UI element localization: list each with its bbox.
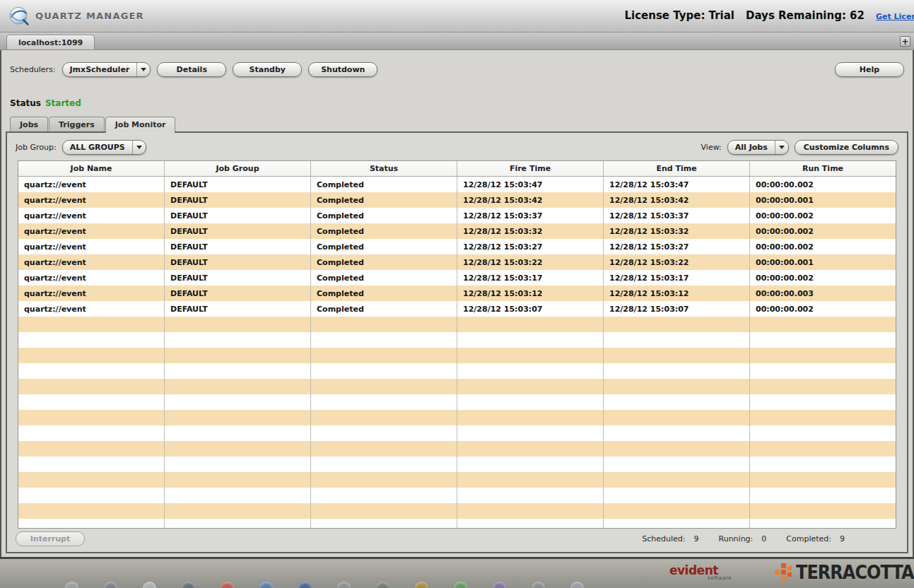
- table-row[interactable]: quartz://eventDEFAULTCompleted12/28/12 1…: [18, 286, 896, 301]
- table-cell: [604, 332, 750, 348]
- column-header-end-time[interactable]: End Time: [604, 161, 750, 176]
- tab-triggers[interactable]: Triggers: [49, 117, 105, 131]
- view-select[interactable]: All Jobs: [727, 140, 789, 155]
- table-cell: 00:00:00.002: [750, 223, 896, 239]
- scheduler-select[interactable]: JmxScheduler: [62, 62, 151, 77]
- table-row[interactable]: quartz://eventDEFAULTCompleted12/28/12 1…: [18, 270, 896, 286]
- screen: QUARTZ MANAGER License Type: Trial Days …: [0, 0, 914, 588]
- plus-icon: +: [901, 37, 908, 47]
- add-connection-button[interactable]: +: [900, 36, 910, 47]
- dock-icon[interactable]: [570, 582, 584, 588]
- dock-icon[interactable]: [532, 582, 545, 588]
- table-cell: [18, 332, 165, 348]
- scheduler-toolbar: Schedulers: JmxScheduler Details Standby…: [1, 50, 913, 77]
- table-row[interactable]: quartz://eventDEFAULTCompleted12/28/12 1…: [18, 301, 896, 317]
- table-cell: DEFAULT: [165, 177, 311, 192]
- table-cell: [165, 394, 311, 410]
- table-cell: [311, 457, 457, 472]
- view-label: View:: [701, 143, 722, 152]
- stat-label: Scheduled:: [642, 534, 685, 543]
- column-header-run-time[interactable]: Run Time: [750, 161, 896, 176]
- server-tab-localhost[interactable]: localhost:1099: [6, 35, 95, 49]
- table-cell: [604, 348, 750, 363]
- dock-icon[interactable]: [415, 582, 428, 588]
- quartz-manager-app: QUARTZ MANAGER License Type: Trial Days …: [0, 0, 914, 559]
- dock-icons: [65, 582, 584, 588]
- table-cell: [750, 425, 896, 441]
- table-cell: 12/28/12 15:03:12: [457, 286, 604, 301]
- tab-jobs[interactable]: Jobs: [10, 117, 48, 131]
- table-row[interactable]: quartz://eventDEFAULTCompleted12/28/12 1…: [18, 192, 896, 208]
- column-header-fire-time[interactable]: Fire Time: [457, 161, 604, 176]
- table-cell: 12/28/12 15:03:17: [457, 270, 604, 286]
- table-cell: [457, 348, 604, 363]
- table-cell: [457, 503, 604, 519]
- dock-icon[interactable]: [493, 582, 506, 588]
- customize-columns-button[interactable]: Customize Columns: [795, 140, 898, 155]
- help-button[interactable]: Help: [835, 62, 904, 77]
- table-cell: [165, 519, 311, 528]
- dock-icon[interactable]: [221, 582, 234, 588]
- table-cell: [311, 425, 457, 441]
- table-cell: [457, 363, 604, 379]
- table-cell: 00:00:00.002: [750, 301, 896, 317]
- table-cell: DEFAULT: [165, 270, 311, 286]
- get-license-link[interactable]: Get License: [876, 12, 914, 21]
- dock-icon[interactable]: [298, 582, 312, 588]
- dock-icon[interactable]: [182, 582, 195, 588]
- status-line: StatusStarted: [1, 77, 913, 108]
- table-cell: 12/28/12 15:03:27: [457, 239, 604, 254]
- dock-icon[interactable]: [376, 582, 389, 588]
- dock-icon[interactable]: [337, 582, 351, 588]
- dock-icon[interactable]: [104, 582, 117, 588]
- dock-icon[interactable]: [143, 582, 156, 588]
- table-cell: [18, 441, 165, 457]
- table-cell: [457, 317, 604, 332]
- table-cell: [18, 472, 165, 488]
- table-cell: [604, 317, 750, 332]
- table-cell: [165, 332, 311, 348]
- scheduler-selected-value: JmxScheduler: [63, 63, 137, 76]
- table-cell: Completed: [311, 223, 457, 239]
- tab-job-monitor[interactable]: Job Monitor: [105, 117, 176, 131]
- table-row-empty: [18, 348, 896, 363]
- column-header-job-name[interactable]: Job Name: [18, 161, 165, 176]
- days-remaining-text: Days Remaining: 62: [746, 9, 865, 22]
- table-cell: quartz://event: [18, 254, 165, 270]
- table-row[interactable]: quartz://eventDEFAULTCompleted12/28/12 1…: [18, 239, 896, 254]
- table-row[interactable]: quartz://eventDEFAULTCompleted12/28/12 1…: [18, 177, 896, 192]
- dock-icon[interactable]: [65, 582, 78, 588]
- table-cell: Completed: [311, 192, 457, 208]
- table-row[interactable]: quartz://eventDEFAULTCompleted12/28/12 1…: [18, 223, 896, 239]
- app-header: QUARTZ MANAGER License Type: Trial Days …: [0, 0, 914, 33]
- table-cell: Completed: [311, 301, 457, 317]
- table-row[interactable]: quartz://eventDEFAULTCompleted12/28/12 1…: [18, 254, 896, 270]
- table-cell: quartz://event: [18, 192, 165, 208]
- table-cell: Completed: [311, 270, 457, 286]
- table-cell: quartz://event: [18, 208, 165, 223]
- job-group-select[interactable]: ALL GROUPS: [62, 140, 146, 155]
- standby-button[interactable]: Standby: [233, 62, 302, 77]
- status-label: Status: [10, 98, 41, 108]
- table-row-empty: [18, 410, 896, 425]
- table-cell: [311, 519, 457, 528]
- stat-scheduled: Scheduled: 9: [642, 534, 698, 543]
- chevron-down-icon: [136, 63, 150, 76]
- table-cell: [18, 348, 165, 363]
- details-button[interactable]: Details: [157, 62, 226, 77]
- table-cell: [165, 488, 311, 503]
- table-cell: quartz://event: [18, 301, 165, 317]
- dock-icon[interactable]: [454, 582, 467, 588]
- job-group-selected-value: ALL GROUPS: [63, 141, 132, 154]
- column-header-job-group[interactable]: Job Group: [165, 161, 311, 176]
- shutdown-button[interactable]: Shutdown: [308, 62, 377, 77]
- table-row[interactable]: quartz://eventDEFAULTCompleted12/28/12 1…: [18, 208, 896, 223]
- table-cell: [311, 332, 457, 348]
- table-cell: [18, 425, 165, 441]
- table-cell: [311, 317, 457, 332]
- interrupt-button[interactable]: Interrupt: [16, 531, 85, 546]
- table-cell: [311, 363, 457, 379]
- table-cell: [750, 472, 896, 488]
- column-header-status[interactable]: Status: [311, 161, 457, 176]
- dock-icon[interactable]: [259, 582, 273, 588]
